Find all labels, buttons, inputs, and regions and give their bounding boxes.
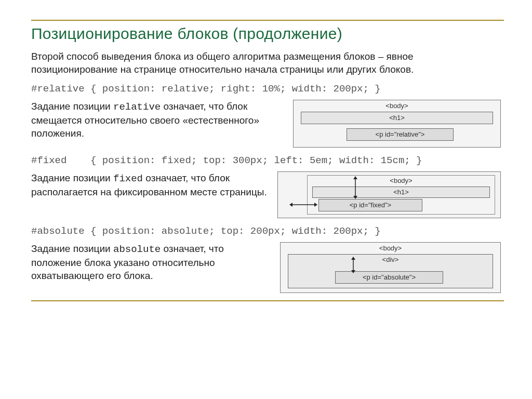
- diagram-p-box: <p id="relative">: [347, 128, 454, 141]
- diagram-p-box: <p id="fixed">: [318, 199, 422, 211]
- diagram-body-label: <body>: [281, 243, 500, 252]
- intro-paragraph: Второй способ выведения блока из общего …: [31, 50, 501, 76]
- arrow-horizontal-icon: [289, 202, 317, 207]
- code-absolute: #absolute { position: absolute; top: 200…: [31, 225, 501, 237]
- diagram-div-label: <div>: [288, 255, 493, 263]
- text: Задание позиции: [31, 243, 113, 254]
- bottom-rule: [31, 300, 504, 301]
- diagram-div-box: <div> <p id="absolute">: [288, 254, 493, 288]
- svg-marker-1: [353, 176, 357, 179]
- slide-title: Позиционирование блоков (продолжение): [31, 25, 504, 43]
- diagram-h1-box: <h1>: [301, 112, 493, 124]
- row-relative: Задание позиции relative означает, что б…: [31, 100, 501, 148]
- diagram-body-label: <body>: [294, 100, 500, 110]
- svg-marker-2: [353, 196, 357, 199]
- diagram-absolute: <body> <div> <p id="absolute">: [280, 242, 501, 293]
- arrow-vertical-icon: [351, 257, 356, 273]
- diagram-fixed: <body> <h1> <p id="fixed">: [277, 171, 501, 218]
- code-fixed: #fixed { position: fixed; top: 300px; le…: [31, 155, 501, 166]
- svg-marker-7: [351, 257, 355, 260]
- desc-relative: Задание позиции relative означает, что б…: [31, 100, 283, 140]
- text: Задание позиции: [31, 172, 113, 183]
- keyword: fixed: [113, 173, 143, 184]
- desc-absolute: Задание позиции absolute означает, что п…: [31, 242, 270, 282]
- desc-fixed: Задание позиции fixed означает, что блок…: [31, 171, 267, 198]
- slide-content: Второй способ выведения блока из общего …: [28, 50, 504, 293]
- svg-marker-5: [314, 203, 317, 207]
- diagram-h1-box: <h1>: [312, 187, 490, 198]
- keyword: absolute: [113, 244, 161, 255]
- diagram-body-label: <body>: [308, 176, 495, 184]
- top-rule: [31, 20, 504, 21]
- text: Задание позиции: [31, 101, 113, 112]
- row-absolute: Задание позиции absolute означает, что п…: [31, 242, 501, 293]
- svg-marker-8: [351, 270, 355, 273]
- keyword: relative: [113, 101, 161, 113]
- arrow-vertical-icon: [353, 176, 358, 199]
- diagram-relative: <body> <h1> <p id="relative">: [293, 100, 501, 148]
- code-relative: #relative { position: relative; right: 1…: [31, 83, 501, 95]
- svg-marker-4: [289, 203, 292, 207]
- row-fixed: Задание позиции fixed означает, что блок…: [31, 171, 501, 218]
